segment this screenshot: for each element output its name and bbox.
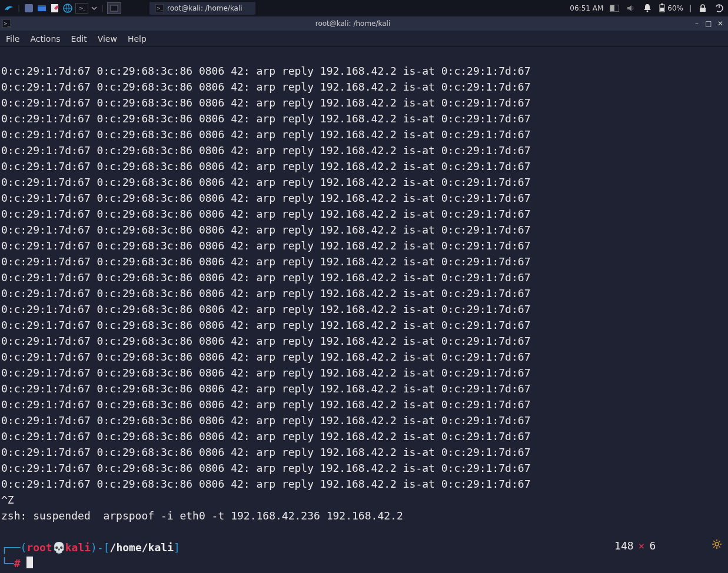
kali-logo-icon[interactable]: [4, 3, 14, 14]
status-x: ×: [639, 538, 645, 554]
svg-rect-14: [700, 8, 706, 12]
terminal-active-icon[interactable]: [107, 2, 121, 14]
prompt-line-1: ┌──(root💀kali)-[/home/kali]: [1, 541, 180, 554]
status-b: 6: [649, 538, 656, 554]
terminal-body[interactable]: 0:c:29:1:7d:67 0:c:29:68:3c:86 0806 42: …: [0, 47, 728, 573]
web-icon[interactable]: [62, 3, 73, 14]
top-panel: | >_ | >_ root@kali: /home/kali 06:51 AM: [0, 0, 728, 16]
window-titlebar[interactable]: >_ root@kali: /home/kali – □ ✕: [0, 16, 728, 31]
terminal-window: >_ root@kali: /home/kali – □ ✕ File Acti…: [0, 16, 728, 573]
gear-icon[interactable]: [660, 522, 722, 569]
workspace-indicator-icon[interactable]: [609, 3, 620, 14]
taskbar-item[interactable]: >_ root@kali: /home/kali: [149, 2, 255, 15]
svg-rect-13: [660, 8, 664, 11]
svg-rect-5: [111, 5, 118, 11]
bell-icon[interactable]: [642, 3, 653, 14]
panel-right: 06:51 AM 60% |: [570, 3, 724, 14]
panel-separator: |: [100, 4, 105, 12]
svg-rect-12: [661, 4, 663, 5]
battery-icon: [659, 4, 666, 13]
panel-separator: |: [689, 4, 692, 12]
maximize-button[interactable]: □: [704, 19, 713, 28]
window-title: root@kali: /home/kali: [13, 19, 693, 28]
prompt-line-2: └─#: [1, 557, 33, 569]
minimize-button[interactable]: –: [693, 19, 701, 28]
terminal-icon[interactable]: >_: [75, 3, 88, 14]
power-icon[interactable]: [714, 3, 724, 14]
terminal-small-icon: >_: [155, 4, 164, 12]
svg-line-26: [713, 547, 714, 548]
svg-text:>_: >_: [157, 6, 164, 11]
window-controls: – □ ✕: [693, 19, 728, 28]
workspace-icon[interactable]: [24, 3, 34, 14]
chevron-down-icon[interactable]: [91, 3, 98, 14]
menubar: File Actions Edit View Help: [0, 31, 728, 47]
svg-line-24: [713, 541, 714, 542]
svg-text:>_: >_: [4, 21, 11, 26]
window-app-icon: >_: [0, 19, 13, 28]
panel-left: | >_ | >_ root@kali: /home/kali: [4, 2, 255, 15]
menu-help[interactable]: Help: [128, 34, 147, 44]
close-button[interactable]: ✕: [716, 19, 724, 28]
menu-file[interactable]: File: [6, 34, 19, 44]
terminal-output-arp: 0:c:29:1:7d:67 0:c:29:68:3c:86 0806 42: …: [1, 63, 727, 492]
note-icon[interactable]: [49, 3, 60, 14]
volume-icon[interactable]: [626, 3, 636, 14]
svg-point-19: [715, 542, 719, 546]
files-icon[interactable]: [36, 3, 47, 14]
svg-rect-0: [25, 4, 33, 12]
status-a: 148: [614, 538, 634, 554]
panel-separator: |: [16, 4, 21, 12]
svg-rect-9: [610, 5, 614, 11]
terminal-output-ctrlz: ^Z: [1, 494, 14, 506]
clock[interactable]: 06:51 AM: [570, 4, 603, 12]
svg-point-10: [647, 11, 649, 12]
status-indicator: 148 × 6: [614, 522, 722, 569]
svg-line-27: [719, 541, 720, 542]
lock-icon[interactable]: [697, 3, 708, 14]
menu-actions[interactable]: Actions: [30, 34, 60, 44]
terminal-output-suspended: zsh: suspended arpspoof -i eth0 -t 192.1…: [1, 509, 403, 522]
battery-pct: 60%: [667, 4, 683, 12]
svg-rect-1: [38, 5, 46, 7]
taskbar-label: root@kali: /home/kali: [167, 4, 242, 12]
battery-indicator[interactable]: 60%: [659, 4, 683, 13]
cursor: [26, 557, 33, 568]
menu-view[interactable]: View: [98, 34, 117, 44]
svg-line-25: [719, 547, 720, 548]
svg-text:>_: >_: [79, 5, 85, 11]
menu-edit[interactable]: Edit: [71, 34, 87, 44]
